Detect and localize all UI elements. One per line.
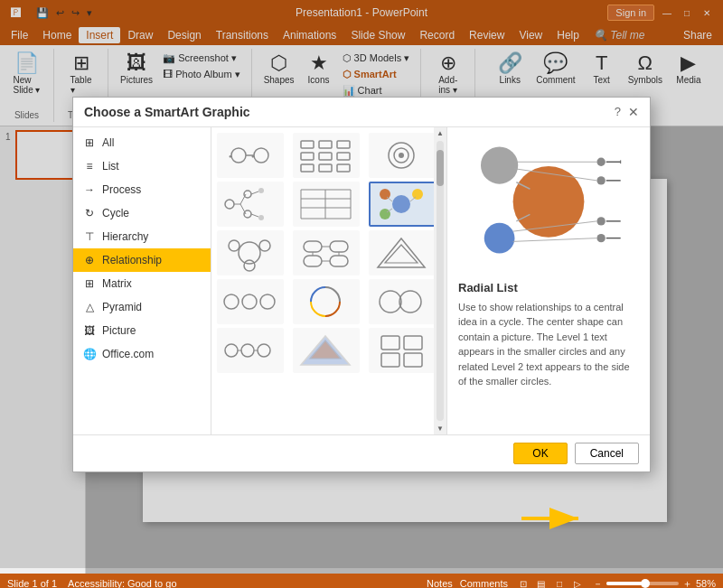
svg-point-44 (244, 260, 255, 271)
normal-view-btn[interactable]: ⊡ (515, 576, 531, 588)
svg-rect-67 (381, 353, 399, 367)
svg-marker-54 (385, 245, 418, 263)
thumb-8[interactable] (293, 230, 360, 275)
zoom-in-btn[interactable]: ＋ (682, 577, 692, 589)
cat-cycle-icon: ↻ (82, 206, 97, 220)
cat-relationship-label: Relationship (102, 254, 162, 266)
thumb-6-svg (372, 185, 431, 223)
dialog-body: ⊞ All ≡ List → Process ↻ Cycle ⊤ Hiera (73, 127, 650, 434)
thumb-1-svg: ● ● (221, 136, 279, 174)
thumb-13[interactable] (217, 328, 284, 373)
zoom-thumb[interactable] (641, 579, 650, 588)
slideshow-view-btn[interactable]: ▷ (569, 576, 586, 588)
cat-cycle[interactable]: ↻ Cycle (73, 201, 211, 225)
cancel-button[interactable]: Cancel (575, 443, 639, 464)
preview-image (458, 138, 639, 274)
cat-pyramid-label: Pyramid (102, 301, 142, 313)
thumb-15[interactable] (369, 328, 436, 373)
cat-office[interactable]: 🌐 Office.com (73, 342, 211, 366)
svg-text:●: ● (251, 154, 255, 159)
thumb-4[interactable] (217, 182, 284, 227)
thumb-7-svg (221, 234, 279, 272)
svg-rect-10 (337, 153, 350, 160)
thumb-8-svg (296, 234, 355, 272)
dialog-close-button[interactable]: ✕ (628, 105, 639, 119)
svg-point-17 (225, 200, 234, 209)
svg-point-59 (399, 291, 421, 313)
thumb-9[interactable] (369, 230, 436, 275)
notes-button[interactable]: Notes (427, 578, 453, 588)
svg-point-16 (399, 153, 404, 158)
dialog-title-icons: ? ✕ (615, 105, 639, 119)
slide-info: Slide 1 of 1 (7, 578, 57, 588)
svg-line-87 (513, 238, 597, 241)
thumb-5-svg (296, 185, 355, 223)
svg-point-61 (241, 344, 254, 357)
thumb-6-selected[interactable] (369, 182, 436, 227)
cat-process-icon: → (82, 182, 97, 197)
svg-rect-13 (337, 164, 350, 172)
thumb-11-svg (296, 283, 355, 321)
svg-point-1 (254, 148, 268, 163)
cat-process[interactable]: → Process (73, 178, 211, 201)
cat-hierarchy[interactable]: ⊤ Hierarchy (73, 225, 211, 248)
svg-point-37 (380, 209, 390, 219)
svg-point-80 (596, 217, 605, 225)
dialog-footer: OK Cancel (73, 434, 650, 471)
cat-office-label: Office.com (102, 348, 154, 360)
zoom-slider[interactable] (606, 582, 679, 585)
svg-point-34 (392, 195, 410, 213)
thumbnail-scrollbar[interactable]: ▲ ▼ (434, 127, 446, 434)
svg-point-26 (258, 215, 264, 220)
cat-picture[interactable]: 🖼 Picture (73, 319, 211, 342)
svg-rect-46 (330, 241, 348, 252)
dialog-help-button[interactable]: ? (615, 105, 621, 118)
thumb-2-svg (296, 136, 355, 174)
comments-button[interactable]: Comments (460, 578, 508, 588)
view-buttons: ⊡ ▤ □ ▷ (515, 576, 586, 588)
thumb-1[interactable]: ● ● (217, 133, 284, 178)
scroll-track[interactable] (437, 141, 444, 421)
cat-all-icon: ⊞ (82, 135, 97, 150)
outline-view-btn[interactable]: ▤ (533, 576, 549, 588)
scroll-down-arrow[interactable]: ▼ (435, 423, 446, 434)
thumb-14-svg (296, 331, 355, 369)
cat-pyramid[interactable]: △ Pyramid (73, 295, 211, 319)
cat-hierarchy-label: Hierarchy (102, 230, 148, 243)
reading-view-btn[interactable]: □ (551, 576, 568, 588)
ok-button[interactable]: OK (513, 443, 567, 464)
thumb-11[interactable] (293, 279, 360, 324)
cat-matrix-icon: ⊞ (82, 276, 97, 291)
thumb-12[interactable] (369, 279, 436, 324)
svg-point-22 (244, 210, 251, 218)
thumb-2[interactable] (293, 133, 360, 178)
svg-point-42 (229, 240, 239, 251)
thumb-3-svg (372, 136, 431, 174)
svg-point-58 (380, 291, 401, 313)
thumb-14[interactable] (293, 328, 360, 373)
thumb-7[interactable] (217, 230, 284, 275)
svg-rect-8 (301, 153, 314, 160)
zoom-area: － ＋ 58% (593, 577, 716, 589)
cat-office-icon: 🌐 (82, 347, 97, 361)
svg-line-24 (251, 214, 258, 217)
cat-hierarchy-icon: ⊤ (82, 229, 97, 244)
thumb-10[interactable] (217, 279, 284, 324)
thumb-5[interactable] (293, 182, 360, 227)
thumb-3[interactable] (369, 133, 436, 178)
cat-matrix[interactable]: ⊞ Matrix (73, 272, 211, 295)
zoom-level: 58% (696, 578, 716, 588)
cat-all[interactable]: ⊞ All (73, 131, 211, 154)
preview-panel: Radial List Use to show relationships to… (447, 127, 650, 434)
svg-point-0 (231, 148, 246, 163)
svg-point-82 (596, 233, 605, 241)
scroll-up-arrow[interactable]: ▲ (435, 127, 446, 139)
svg-line-38 (387, 197, 392, 201)
cat-list-label: List (102, 160, 119, 173)
thumb-grid: ● ● (217, 133, 441, 373)
cat-relationship[interactable]: ⊕ Relationship (73, 248, 211, 272)
cat-picture-label: Picture (102, 324, 136, 337)
zoom-out-btn[interactable]: － (593, 577, 603, 589)
cat-list[interactable]: ≡ List (73, 154, 211, 178)
cat-relationship-icon: ⊕ (82, 253, 97, 267)
